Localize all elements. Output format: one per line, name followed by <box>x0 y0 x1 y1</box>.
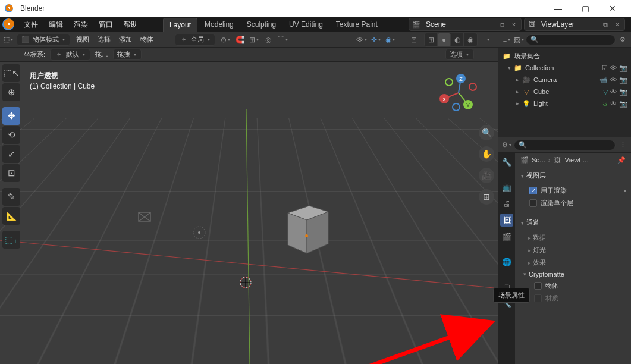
vp-menu-add[interactable]: 添加 <box>117 35 134 44</box>
props-options-icon[interactable]: ⋮ <box>618 140 627 150</box>
pin-icon[interactable]: 📌 <box>617 155 626 165</box>
ptab-render[interactable]: 📺 <box>500 180 513 193</box>
scene-name-input[interactable] <box>423 19 495 30</box>
pan-button[interactable]: ✋ <box>479 146 494 162</box>
outliner-search[interactable]: 🔍 <box>526 34 616 45</box>
vp-menu-view[interactable]: 视图 <box>74 35 92 44</box>
render-icon[interactable]: 📷 <box>619 100 627 108</box>
collection-check-icon[interactable]: ☑ <box>602 64 608 72</box>
browse-scene-icon[interactable]: ⧉ <box>497 20 507 29</box>
tree-scene-collection[interactable]: 📁 场景集合 <box>500 50 630 62</box>
sec-cryptomatte-header[interactable]: Cryptomatte <box>523 269 626 280</box>
light-data-icon[interactable]: ☼ <box>602 100 608 108</box>
outliner-display-icon[interactable]: 🖼▾ <box>514 35 523 45</box>
vp-menu-select[interactable]: 选择 <box>95 35 113 44</box>
use-for-render-row[interactable]: ✓ 用于渲染 <box>529 184 626 197</box>
vp-menu-object[interactable]: 物体 <box>138 35 156 44</box>
outliner-editor-icon[interactable]: ≡▾ <box>502 35 511 45</box>
shading-matprev-icon[interactable]: ◐ <box>451 33 464 46</box>
tab-modeling[interactable]: Modeling <box>199 18 240 31</box>
close-viewlayer-icon[interactable]: × <box>613 20 622 29</box>
ptab-viewlayer[interactable]: 🖼 <box>500 214 513 227</box>
proportional-type-icon[interactable]: ⌒▾ <box>276 33 289 46</box>
props-editor-icon[interactable]: ⚙▾ <box>502 140 511 150</box>
cube-object[interactable] <box>281 200 334 259</box>
checkbox-off-icon[interactable] <box>534 282 542 290</box>
menu-window[interactable]: 窗口 <box>94 17 118 32</box>
drag-dropdown[interactable]: 拖拽 ▾ <box>113 49 142 60</box>
pivot-icon[interactable]: ⊙▾ <box>219 33 232 46</box>
render-icon[interactable]: 📷 <box>619 64 627 72</box>
ptab-modifier[interactable]: 🔧 <box>500 297 513 310</box>
ptab-scene[interactable]: 🎬 <box>500 230 513 243</box>
menu-file[interactable]: 文件 <box>19 17 43 32</box>
render-single-row[interactable]: 渲染单个层 <box>529 197 626 209</box>
snap-toggle-icon[interactable]: 🧲 <box>233 33 246 46</box>
eye-icon[interactable]: 👁 <box>610 88 617 96</box>
bc-viewlayer-label[interactable]: ViewL… <box>565 156 589 164</box>
sec-passes-header[interactable]: 通道 <box>515 216 631 229</box>
viewlayer-name-input[interactable] <box>539 19 598 30</box>
options-dropdown[interactable]: 选项 ▾ <box>445 49 474 60</box>
obj-visibility-icon[interactable]: 👁▾ <box>355 33 368 46</box>
eye-icon[interactable]: 👁 <box>610 76 617 84</box>
tree-collection[interactable]: ▾ 📁 Collection ☑ 👁 📷 <box>500 62 630 74</box>
ptab-tool[interactable]: 🔧 <box>500 155 513 168</box>
render-icon[interactable]: 📷 <box>619 88 627 96</box>
sub-light[interactable]: 灯光 <box>523 244 626 256</box>
viewlayer-selector[interactable]: 🖼 ⧉ × <box>524 18 625 31</box>
properties-search[interactable]: 🔍 <box>514 140 616 150</box>
menu-render[interactable]: 渲染 <box>69 17 93 32</box>
light-object[interactable] <box>190 224 208 243</box>
minimize-button[interactable]: — <box>544 0 572 17</box>
ptab-world[interactable]: 🌐 <box>500 255 513 268</box>
persp-ortho-button[interactable]: ⊞ <box>479 189 494 205</box>
overlays-toggle-icon[interactable]: ◉▾ <box>384 33 397 46</box>
snap-type-icon[interactable]: ⊞▾ <box>247 33 260 46</box>
ptab-object[interactable]: ▢ <box>500 280 513 293</box>
treezwyc-item-cube[interactable]: ▸ ▽ Cube ▽ 👁 📷 <box>500 86 630 98</box>
eye-icon[interactable]: 👁 <box>610 64 617 72</box>
gizmo-toggle-icon[interactable]: ✛▾ <box>369 33 382 46</box>
checkbox-on-icon[interactable]: ✓ <box>529 187 537 194</box>
proportional-icon[interactable]: ◎ <box>262 33 275 46</box>
sec-viewlayer-header[interactable]: 视图层 <box>515 170 631 182</box>
close-button[interactable]: ✕ <box>599 0 626 17</box>
sub-effects[interactable]: 效果 <box>523 256 626 269</box>
coord-orient-dropdown[interactable]: ⌖ 默认 ▾ <box>50 49 90 61</box>
tool-scale[interactable]: ⤢ <box>2 145 20 163</box>
menu-help[interactable]: 帮助 <box>119 17 143 32</box>
checkbox-off-icon[interactable] <box>529 199 537 207</box>
crypto-object-row[interactable]: 物体 <box>523 280 626 292</box>
render-icon[interactable]: 📷 <box>619 76 627 84</box>
mesh-data-icon[interactable]: ▽ <box>603 88 608 96</box>
tab-uv-editing[interactable]: UV Editing <box>283 18 329 31</box>
outliner-tree[interactable]: 📁 场景集合 ▾ 📁 Collection ☑ 👁 📷 <box>498 48 631 137</box>
sub-data[interactable]: 数据 <box>523 231 626 244</box>
tool-rotate[interactable]: ⟲ <box>2 126 20 144</box>
bc-scene-label[interactable]: Sc… <box>532 156 546 164</box>
shading-rendered-icon[interactable]: ◉ <box>464 33 477 46</box>
menu-edit[interactable]: 编辑 <box>44 17 68 32</box>
tool-select-box[interactable]: ⬚↖ <box>2 64 20 82</box>
close-scene-icon[interactable]: × <box>509 20 519 29</box>
camera-object[interactable] <box>136 209 153 227</box>
shading-solid-icon[interactable]: ● <box>438 33 451 46</box>
camera-data-icon[interactable]: 📹 <box>599 76 608 84</box>
viewport-3d[interactable]: ⬚↖ ⊕ ✥ ⟲ ⤢ ⊡ ✎ 📐 ⬚₊ 用户透视 (1) Collectio <box>0 62 498 364</box>
scene-selector[interactable]: 🎬 ⧉ × <box>409 18 522 31</box>
checkbox-off-icon[interactable] <box>534 294 542 302</box>
nav-gizmo[interactable]: X Y Z <box>437 71 480 114</box>
orientation-dropdown[interactable]: ⌖ 全局 ▾ <box>175 34 215 46</box>
outliner-filter-icon[interactable]: ⚙ <box>618 35 627 45</box>
tab-layout[interactable]: Layout <box>163 18 197 32</box>
maximize-button[interactable]: ▢ <box>572 0 599 17</box>
shading-wireframe-icon[interactable]: ⊞ <box>425 33 438 46</box>
browse-viewlayer-icon[interactable]: ⧉ <box>601 20 610 29</box>
tree-item-light[interactable]: ▸ 💡 Light ☼ 👁 📷 <box>500 98 630 109</box>
tree-item-camera[interactable]: ▸ 🎥 Camera 📹 👁 📷 <box>500 74 630 86</box>
zoom-button[interactable]: 🔍 <box>479 125 494 140</box>
tool-move[interactable]: ✥ <box>2 107 20 125</box>
mode-dropdown[interactable]: ⬛ 物体模式 ▾ <box>17 34 70 46</box>
tool-add-cube[interactable]: ⬚₊ <box>2 231 20 249</box>
